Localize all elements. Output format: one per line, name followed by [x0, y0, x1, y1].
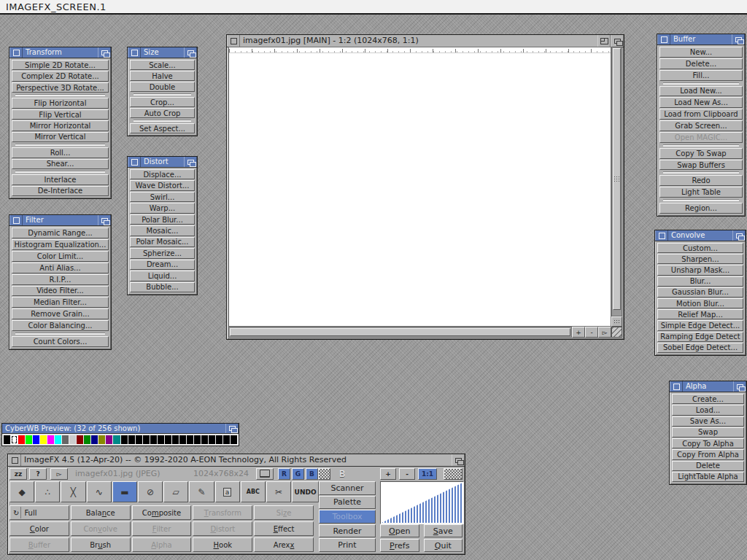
color-button[interactable]: Color: [9, 521, 69, 536]
zoom-in-button[interactable]: +: [572, 327, 585, 338]
grab-screen-button[interactable]: Grab Screen...: [659, 120, 743, 131]
close-icon[interactable]: [670, 381, 683, 392]
color-balancing-button[interactable]: Color Balancing...: [12, 320, 109, 331]
palette-button[interactable]: Palette: [319, 496, 376, 510]
delete-button[interactable]: Delete...: [659, 58, 743, 69]
fill-button[interactable]: Fill...: [659, 70, 743, 81]
light-table-button[interactable]: Light Table: [659, 187, 743, 198]
balance-button[interactable]: Balance: [71, 505, 131, 520]
composite-button[interactable]: Composite: [132, 505, 192, 520]
shear-button[interactable]: Shear...: [12, 159, 109, 169]
palette-swatch[interactable]: [172, 435, 179, 444]
create-button[interactable]: Create...: [672, 394, 744, 404]
swap-button[interactable]: Swap: [672, 427, 744, 438]
depth-icon[interactable]: [184, 47, 197, 58]
scissors-tool[interactable]: ✂: [266, 481, 291, 502]
polar-mosaic-button[interactable]: Polar Mosaic...: [130, 237, 195, 247]
close-icon[interactable]: [128, 47, 141, 58]
green-channel-toggle[interactable]: G: [292, 468, 304, 480]
blue-channel-toggle[interactable]: B: [306, 468, 318, 480]
full-view-button[interactable]: ↻ Full: [9, 505, 69, 520]
scroll-options-button[interactable]: [611, 316, 622, 327]
load-from-clipboard-button[interactable]: Load from Clipboard: [659, 109, 743, 120]
close-icon[interactable]: [657, 34, 670, 44]
palette-swatch[interactable]: [77, 435, 83, 444]
palette-swatch[interactable]: [201, 435, 208, 444]
polygon-tool[interactable]: ▱: [163, 481, 188, 502]
swirl-button[interactable]: Swirl...: [130, 192, 195, 202]
line-tool[interactable]: ╳: [61, 481, 85, 502]
buffer-titlebar[interactable]: Buffer: [657, 34, 745, 45]
palette-swatch[interactable]: [40, 435, 47, 444]
palette-swatch[interactable]: [26, 435, 32, 444]
palette-swatch[interactable]: [209, 435, 215, 444]
palette-titlebar[interactable]: CyberWB Preview: (32 of 256 shown): [2, 424, 239, 434]
distort-titlebar[interactable]: Distort: [128, 157, 197, 168]
load-new-button[interactable]: Load New...: [659, 86, 743, 97]
rip-button[interactable]: R.I.P...: [12, 274, 109, 285]
filter-titlebar[interactable]: Filter: [9, 215, 111, 226]
palette-swatch[interactable]: [69, 435, 76, 444]
auto-crop-button[interactable]: Auto Crop: [130, 108, 195, 118]
copy-to-swap-button[interactable]: Copy To Swap: [659, 148, 743, 159]
custom-button[interactable]: Custom...: [657, 243, 743, 253]
close-icon[interactable]: [9, 47, 23, 58]
unsharp-mask-button[interactable]: Unsharp Mask...: [657, 265, 743, 275]
dream-button[interactable]: Dream...: [130, 260, 195, 270]
displace-button[interactable]: Displace...: [130, 169, 195, 179]
mirror-horizontal-button[interactable]: Mirror Horizontal: [12, 120, 109, 131]
palette-swatch[interactable]: [84, 435, 90, 444]
palette-swatch[interactable]: [62, 435, 69, 444]
swap-buffers-button[interactable]: Swap Buffers: [659, 160, 743, 171]
toolbox-button[interactable]: Toolbox: [319, 510, 376, 524]
depth-icon[interactable]: [611, 35, 624, 47]
wave-distort-button[interactable]: Wave Distort...: [130, 180, 195, 190]
video-filter-button[interactable]: Video Filter...: [12, 286, 109, 297]
count-colors-button[interactable]: Count Colors...: [12, 336, 109, 347]
main-window-titlebar[interactable]: imagefx01.jpg [MAIN] - 1:2 (1024x768, 1:…: [227, 35, 624, 47]
screen-mode-button[interactable]: [256, 468, 274, 480]
depth-icon[interactable]: [732, 230, 746, 241]
palette-swatch[interactable]: [113, 435, 120, 444]
brush-button[interactable]: Brush: [71, 537, 131, 552]
alpha-delete-button[interactable]: Delete: [672, 461, 744, 471]
zoom-ratio-button[interactable]: 1:1: [418, 468, 437, 480]
print-button[interactable]: Print: [319, 538, 376, 552]
set-aspect-button[interactable]: Set Aspect...: [130, 123, 195, 133]
help-button[interactable]: ?: [29, 468, 47, 480]
palette-swatch[interactable]: [216, 435, 222, 444]
close-icon[interactable]: [128, 157, 141, 167]
close-icon[interactable]: [655, 230, 668, 241]
close-icon[interactable]: [9, 215, 23, 225]
gaussian-blur-button[interactable]: Gaussian Blur...: [657, 287, 743, 298]
double-button[interactable]: Double: [130, 82, 195, 92]
palette-swatch[interactable]: [194, 435, 201, 444]
palette-swatch[interactable]: [18, 435, 25, 444]
text-tool[interactable]: ABC: [241, 481, 266, 502]
remove-grain-button[interactable]: Remove Grain...: [12, 308, 109, 319]
palette-swatch[interactable]: [223, 435, 230, 444]
depth-icon[interactable]: [98, 215, 111, 225]
crop-button[interactable]: Crop...: [130, 97, 195, 107]
simple-2d-rotate-button[interactable]: Simple 2D Rotate...: [12, 60, 109, 70]
depth-icon[interactable]: [98, 47, 111, 58]
palette-swatch[interactable]: [98, 435, 105, 444]
depth-icon[interactable]: [225, 424, 239, 433]
ellipse-tool[interactable]: ⊘: [138, 481, 163, 502]
zoom-out-button[interactable]: -: [585, 327, 598, 338]
mosaic-button[interactable]: Mosaic...: [130, 225, 195, 236]
hook-button[interactable]: Hook: [193, 537, 252, 552]
prefs-button[interactable]: Prefs: [380, 539, 419, 552]
quit-button[interactable]: Quit: [424, 539, 463, 552]
palette-swatch[interactable]: [91, 435, 98, 444]
horizontal-scrollbar[interactable]: [228, 327, 572, 338]
mirror-vertical-button[interactable]: Mirror Vertical: [12, 132, 109, 142]
load-button[interactable]: Load...: [672, 405, 744, 415]
lighttable-alpha-button[interactable]: LightTable Alpha: [672, 472, 744, 482]
convolve-titlebar[interactable]: Convolve: [655, 230, 746, 241]
redo-button[interactable]: Redo: [659, 175, 743, 186]
fill-tool[interactable]: a: [215, 481, 240, 502]
freehand-tool[interactable]: ✎: [189, 481, 214, 502]
bubble-button[interactable]: Bubble...: [130, 282, 195, 292]
red-channel-toggle[interactable]: R: [278, 468, 290, 480]
